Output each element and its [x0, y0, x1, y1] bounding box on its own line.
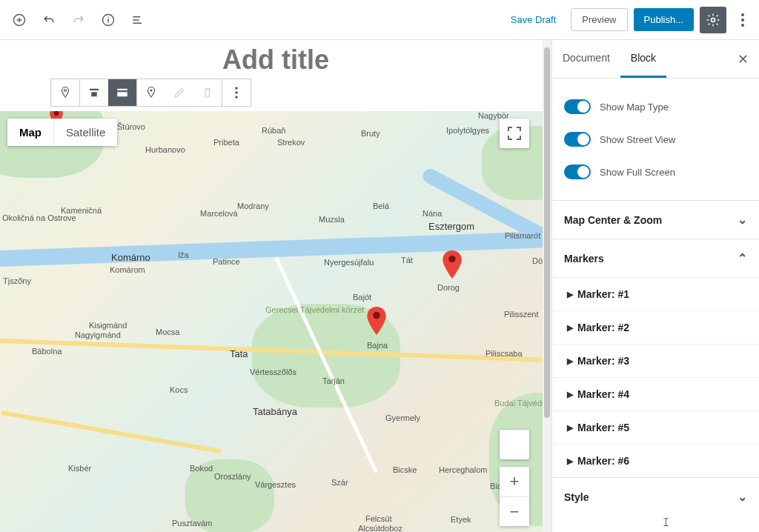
- map-park-label: Budai Tájvédelmi körzet: [494, 399, 546, 408]
- map-city-label: Dorog: [437, 283, 460, 292]
- map-marker[interactable]: [443, 250, 462, 279]
- map-city-label: Bicske: [393, 465, 417, 474]
- block-nav-button[interactable]: [125, 7, 151, 33]
- map-city-label: Pilismarót: [505, 231, 540, 240]
- toggle-switch[interactable]: [564, 164, 591, 179]
- panel-header-markers[interactable]: Markers ⌃: [552, 239, 759, 277]
- marker-label: Marker: #6: [577, 455, 629, 467]
- toggle-switch[interactable]: [564, 132, 591, 147]
- street-view-button[interactable]: [500, 430, 529, 459]
- svg-point-2: [712, 18, 715, 21]
- map-city-label: Nána: [422, 209, 442, 218]
- settings-button[interactable]: [700, 7, 726, 33]
- map-city-label: Esztergom: [428, 221, 474, 232]
- panel-title: Markers: [564, 253, 604, 265]
- svg-point-16: [373, 312, 380, 319]
- map-canvas[interactable]: Komárno Komárom Esztergom Tata Tatabánya…: [0, 111, 551, 532]
- map-city-label: Bruty: [361, 129, 380, 138]
- publish-button[interactable]: Publish...: [634, 8, 694, 31]
- list-icon: [130, 13, 145, 27]
- block-type-button[interactable]: [51, 79, 79, 106]
- fullscreen-button[interactable]: [500, 119, 529, 148]
- marker-item[interactable]: ▶Marker: #5: [552, 410, 759, 444]
- chevron-down-icon: ⌄: [738, 490, 747, 504]
- marker-item[interactable]: ▶Marker: #4: [552, 377, 759, 410]
- more-menu-button[interactable]: [732, 7, 753, 33]
- map-city-label: Bokod: [190, 464, 213, 473]
- align-center-icon: [87, 86, 101, 99]
- map-background: Komárno Komárom Esztergom Tata Tatabánya…: [0, 111, 551, 532]
- zoom-controls: + −: [500, 467, 529, 526]
- panel-title: Style: [564, 491, 589, 503]
- tab-document[interactable]: Document: [552, 40, 620, 78]
- map-city-label: Alcsútdoboz: [358, 524, 402, 532]
- triangle-right-icon: ▶: [567, 323, 573, 333]
- marker-item[interactable]: ▶Marker: #1: [552, 277, 759, 310]
- tab-block[interactable]: Block: [620, 40, 666, 78]
- save-draft-button[interactable]: Save Draft: [502, 8, 565, 31]
- undo-button[interactable]: [36, 7, 62, 33]
- triangle-right-icon: ▶: [567, 456, 573, 466]
- map-city-label: Tát: [401, 256, 413, 265]
- info-button[interactable]: [95, 7, 122, 33]
- svg-point-13: [235, 91, 237, 93]
- chevron-up-icon: ⌃: [738, 251, 747, 265]
- align-center-button[interactable]: [80, 79, 108, 106]
- map-city-label: Nyergesújfalu: [324, 258, 374, 267]
- info-icon: [101, 13, 116, 27]
- markers-list: ▶Marker: #1 ▶Marker: #2 ▶Marker: #3 ▶Mar…: [552, 277, 759, 477]
- map-city-label: Ipolytölgyes: [446, 126, 489, 135]
- toggle-switch[interactable]: [564, 99, 591, 114]
- toolbar-left: [6, 7, 151, 33]
- map-city-label: Kisbér: [68, 464, 91, 473]
- marker-label: Marker: #3: [577, 355, 629, 367]
- map-city-label: Etyek: [451, 515, 471, 524]
- editor-scrollbar[interactable]: [543, 40, 551, 532]
- map-marker[interactable]: [367, 307, 386, 335]
- align-wide-button[interactable]: [108, 79, 136, 106]
- panel-header-map-center[interactable]: Map Center & Zoom ⌄: [552, 201, 759, 239]
- close-sidebar-button[interactable]: ✕: [732, 49, 753, 70]
- panel-header-style[interactable]: Style ⌄: [552, 478, 759, 516]
- settings-sidebar: Document Block ✕ Show Map Type Show Stre…: [551, 40, 759, 532]
- map-city-label: Bábolna: [32, 347, 62, 356]
- map-city-label: Štúrovo: [117, 122, 145, 131]
- svg-rect-7: [90, 89, 99, 90]
- map-type-satellite[interactable]: Satellite: [53, 119, 117, 146]
- marker-item[interactable]: ▶Marker: #6: [552, 444, 759, 477]
- map-city-label: Iža: [178, 250, 189, 259]
- chevron-down-icon: ⌄: [738, 213, 747, 227]
- zoom-out-button[interactable]: −: [500, 496, 529, 526]
- svg-point-5: [741, 24, 744, 27]
- redo-button[interactable]: [65, 7, 92, 33]
- map-city-label: Okoličná na Ostrove: [2, 213, 47, 222]
- block-more-button[interactable]: [222, 79, 251, 106]
- marker-label: Marker: #5: [577, 422, 629, 433]
- trash-icon: [201, 86, 214, 99]
- map-type-map[interactable]: Map: [7, 119, 53, 146]
- toggle-label: Show Map Type: [600, 102, 669, 113]
- add-block-button[interactable]: [6, 7, 33, 33]
- map-city-label: Oroszlány: [214, 472, 251, 481]
- map-city-label: Muzsla: [319, 215, 345, 224]
- marker-item[interactable]: ▶Marker: #2: [552, 310, 759, 344]
- post-title-input[interactable]: [0, 40, 551, 79]
- map-city-label: Komárom: [110, 265, 145, 274]
- zoom-in-button[interactable]: +: [500, 467, 529, 496]
- map-type-control: Map Satellite: [7, 119, 117, 146]
- toggle-label: Show Full Screen: [600, 167, 675, 178]
- marker-item[interactable]: ▶Marker: #3: [552, 344, 759, 377]
- svg-point-14: [235, 96, 237, 98]
- map-city-label: Rúbaň: [262, 126, 285, 135]
- triangle-right-icon: ▶: [567, 290, 573, 299]
- map-city-label: Komárno: [111, 252, 150, 263]
- preview-button[interactable]: Preview: [571, 8, 627, 31]
- map-city-label: Marcelová: [200, 209, 238, 218]
- panel-style: Style ⌄: [552, 477, 759, 516]
- toggle-label: Show Street View: [600, 134, 675, 145]
- map-city-label: Kocs: [170, 385, 188, 394]
- marker-label: Marker: #1: [577, 288, 629, 300]
- svg-point-12: [235, 87, 237, 89]
- map-city-label: Bajna: [367, 341, 388, 350]
- add-marker-button[interactable]: [137, 79, 165, 106]
